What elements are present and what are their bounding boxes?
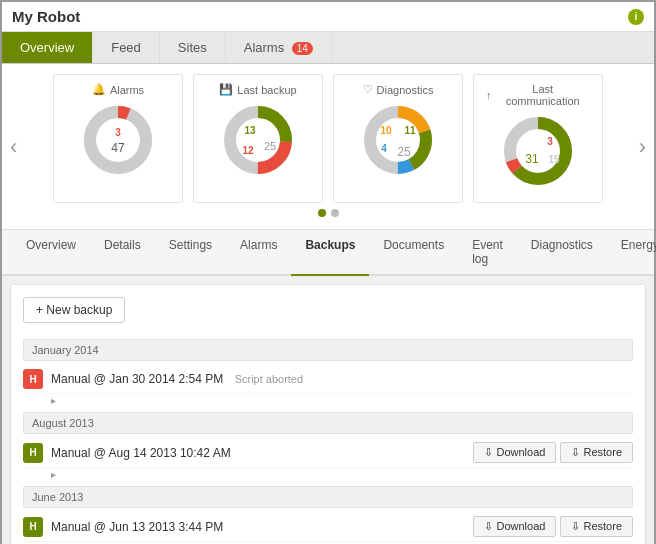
- alarms-card: 🔔 Alarms 3 47: [53, 74, 183, 203]
- tab-settings[interactable]: Settings: [155, 230, 226, 276]
- diagnostics-card: ♡ Diagnostics 10 11 4: [333, 74, 463, 203]
- section-header-aug2013: August 2013: [23, 412, 633, 434]
- svg-text:31: 31: [525, 152, 539, 166]
- backup-status: Script aborted: [235, 373, 303, 385]
- last-backup-card: 💾 Last backup 13: [193, 74, 323, 203]
- svg-text:13: 13: [244, 125, 256, 136]
- title-bar: My Robot i: [2, 2, 654, 32]
- comment-icon: ▸: [23, 469, 633, 480]
- svg-text:25: 25: [264, 140, 276, 152]
- diagnostics-card-title: ♡ Diagnostics: [346, 83, 450, 96]
- signal-icon: ↑: [486, 89, 492, 101]
- svg-text:12: 12: [242, 145, 254, 156]
- backup-actions: ⇩ Download ⇩ Restore: [473, 516, 633, 537]
- top-tab-feed[interactable]: Feed: [93, 32, 160, 63]
- tab-alarms[interactable]: Alarms: [226, 230, 291, 276]
- backup-label: Manual @ Jan 30 2014 2:54 PM Script abor…: [51, 372, 633, 386]
- backup-actions: ⇩ Download ⇩ Restore: [473, 442, 633, 463]
- svg-text:47: 47: [111, 141, 125, 155]
- backup-label: Manual @ Aug 14 2013 10:42 AM: [51, 446, 473, 460]
- table-row: H Manual @ Aug 14 2013 10:42 AM ⇩ Downlo…: [23, 438, 633, 468]
- window-title: My Robot: [12, 8, 80, 25]
- alarms-badge: 14: [292, 42, 313, 55]
- diagnostics-donut: 10 11 4 25: [358, 100, 438, 180]
- top-tab-overview[interactable]: Overview: [2, 32, 93, 63]
- backup-donut: 13 12 25: [218, 100, 298, 180]
- backup-type-icon: H: [23, 517, 43, 537]
- svg-point-1: [90, 112, 146, 168]
- download-button[interactable]: ⇩ Download: [473, 516, 556, 537]
- alarms-card-title: 🔔 Alarms: [66, 83, 170, 96]
- section-header-jun2013: June 2013: [23, 486, 633, 508]
- svg-text:4: 4: [381, 143, 387, 154]
- carousel-area: ‹ 🔔 Alarms: [2, 64, 654, 230]
- table-row: H Manual @ Jun 13 2013 3:44 PM ⇩ Downloa…: [23, 512, 633, 542]
- heart-icon: ♡: [363, 83, 373, 96]
- last-communication-card: ↑ Last communication 3 15 31: [473, 74, 603, 203]
- carousel-prev-button[interactable]: ‹: [2, 134, 25, 160]
- svg-text:3: 3: [547, 136, 553, 147]
- backup-type-icon: H: [23, 369, 43, 389]
- backup-label: Manual @ Jun 13 2013 3:44 PM: [51, 520, 473, 534]
- svg-text:10: 10: [380, 125, 392, 136]
- tab-documents[interactable]: Documents: [369, 230, 458, 276]
- tab-overview[interactable]: Overview: [12, 230, 90, 276]
- last-backup-card-title: 💾 Last backup: [206, 83, 310, 96]
- info-icon: i: [628, 9, 644, 25]
- add-backup-button[interactable]: + New backup: [23, 297, 125, 323]
- tab-diagnostics[interactable]: Diagnostics: [517, 230, 607, 276]
- download-button[interactable]: ⇩ Download: [473, 442, 556, 463]
- top-tab-alarms[interactable]: Alarms 14: [226, 32, 332, 63]
- tab-backups[interactable]: Backups: [291, 230, 369, 276]
- tab-energy[interactable]: Energy: [607, 230, 656, 276]
- section-header-jan2014: January 2014: [23, 339, 633, 361]
- backup-icon: 💾: [219, 83, 233, 96]
- svg-text:11: 11: [404, 125, 416, 136]
- main-window: My Robot i Overview Feed Sites Alarms 14…: [0, 0, 656, 544]
- content-area: + New backup January 2014 H Manual @ Jan…: [10, 284, 646, 544]
- bell-icon: 🔔: [92, 83, 106, 96]
- carousel-dot-2[interactable]: [331, 209, 339, 217]
- tab-details[interactable]: Details: [90, 230, 155, 276]
- svg-text:25: 25: [397, 145, 411, 159]
- svg-text:3: 3: [115, 127, 121, 138]
- last-communication-card-title: ↑ Last communication: [486, 83, 590, 107]
- table-row: H Manual @ Jan 30 2014 2:54 PM Script ab…: [23, 365, 633, 394]
- top-tab-sites[interactable]: Sites: [160, 32, 226, 63]
- communication-donut: 3 15 31: [498, 111, 578, 191]
- comment-icon: ▸: [23, 395, 633, 406]
- restore-button[interactable]: ⇩ Restore: [560, 516, 633, 537]
- restore-button[interactable]: ⇩ Restore: [560, 442, 633, 463]
- alarms-donut: 3 47: [78, 100, 158, 180]
- carousel-dot-1[interactable]: [318, 209, 326, 217]
- top-tabs: Overview Feed Sites Alarms 14: [2, 32, 654, 64]
- cards-row: 🔔 Alarms 3 47: [53, 74, 603, 203]
- nav-tabs: Overview Details Settings Alarms Backups…: [2, 230, 654, 276]
- carousel-dots: [53, 203, 603, 219]
- backup-type-icon: H: [23, 443, 43, 463]
- svg-text:15: 15: [548, 154, 560, 165]
- carousel-next-button[interactable]: ›: [631, 134, 654, 160]
- tab-eventlog[interactable]: Event log: [458, 230, 517, 276]
